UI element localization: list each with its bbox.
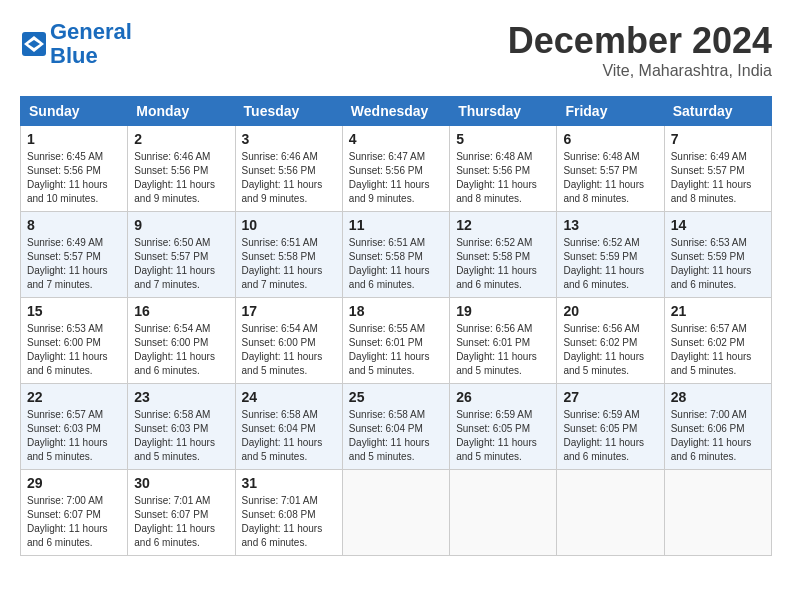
calendar-week-row: 1Sunrise: 6:45 AM Sunset: 5:56 PM Daylig… <box>21 126 772 212</box>
calendar-cell: 13Sunrise: 6:52 AM Sunset: 5:59 PM Dayli… <box>557 212 664 298</box>
day-number: 27 <box>563 389 657 405</box>
calendar-cell: 26Sunrise: 6:59 AM Sunset: 6:05 PM Dayli… <box>450 384 557 470</box>
calendar-cell: 21Sunrise: 6:57 AM Sunset: 6:02 PM Dayli… <box>664 298 771 384</box>
day-info: Sunrise: 6:45 AM Sunset: 5:56 PM Dayligh… <box>27 150 121 206</box>
calendar-cell: 27Sunrise: 6:59 AM Sunset: 6:05 PM Dayli… <box>557 384 664 470</box>
day-info: Sunrise: 6:55 AM Sunset: 6:01 PM Dayligh… <box>349 322 443 378</box>
calendar-cell <box>557 470 664 556</box>
calendar-cell: 29Sunrise: 7:00 AM Sunset: 6:07 PM Dayli… <box>21 470 128 556</box>
calendar-cell: 17Sunrise: 6:54 AM Sunset: 6:00 PM Dayli… <box>235 298 342 384</box>
calendar-cell: 6Sunrise: 6:48 AM Sunset: 5:57 PM Daylig… <box>557 126 664 212</box>
logo-icon <box>20 30 48 58</box>
calendar-cell: 22Sunrise: 6:57 AM Sunset: 6:03 PM Dayli… <box>21 384 128 470</box>
day-info: Sunrise: 6:58 AM Sunset: 6:04 PM Dayligh… <box>349 408 443 464</box>
day-info: Sunrise: 7:01 AM Sunset: 6:07 PM Dayligh… <box>134 494 228 550</box>
calendar-cell <box>664 470 771 556</box>
logo: General Blue <box>20 20 132 68</box>
weekday-header-sunday: Sunday <box>21 97 128 126</box>
day-info: Sunrise: 6:57 AM Sunset: 6:03 PM Dayligh… <box>27 408 121 464</box>
day-info: Sunrise: 6:59 AM Sunset: 6:05 PM Dayligh… <box>456 408 550 464</box>
day-number: 9 <box>134 217 228 233</box>
day-info: Sunrise: 6:50 AM Sunset: 5:57 PM Dayligh… <box>134 236 228 292</box>
day-number: 26 <box>456 389 550 405</box>
day-number: 31 <box>242 475 336 491</box>
day-number: 29 <box>27 475 121 491</box>
day-number: 7 <box>671 131 765 147</box>
month-title: December 2024 <box>508 20 772 62</box>
location: Vite, Maharashtra, India <box>508 62 772 80</box>
day-number: 4 <box>349 131 443 147</box>
day-number: 10 <box>242 217 336 233</box>
day-info: Sunrise: 7:01 AM Sunset: 6:08 PM Dayligh… <box>242 494 336 550</box>
calendar-cell: 8Sunrise: 6:49 AM Sunset: 5:57 PM Daylig… <box>21 212 128 298</box>
weekday-header-saturday: Saturday <box>664 97 771 126</box>
day-info: Sunrise: 6:52 AM Sunset: 5:59 PM Dayligh… <box>563 236 657 292</box>
day-number: 14 <box>671 217 765 233</box>
day-number: 28 <box>671 389 765 405</box>
day-info: Sunrise: 6:52 AM Sunset: 5:58 PM Dayligh… <box>456 236 550 292</box>
calendar-cell: 19Sunrise: 6:56 AM Sunset: 6:01 PM Dayli… <box>450 298 557 384</box>
day-info: Sunrise: 6:53 AM Sunset: 6:00 PM Dayligh… <box>27 322 121 378</box>
day-number: 18 <box>349 303 443 319</box>
calendar-week-row: 29Sunrise: 7:00 AM Sunset: 6:07 PM Dayli… <box>21 470 772 556</box>
weekday-header-wednesday: Wednesday <box>342 97 449 126</box>
weekday-header-friday: Friday <box>557 97 664 126</box>
day-number: 22 <box>27 389 121 405</box>
day-info: Sunrise: 6:53 AM Sunset: 5:59 PM Dayligh… <box>671 236 765 292</box>
weekday-header-row: SundayMondayTuesdayWednesdayThursdayFrid… <box>21 97 772 126</box>
day-info: Sunrise: 6:48 AM Sunset: 5:56 PM Dayligh… <box>456 150 550 206</box>
day-number: 8 <box>27 217 121 233</box>
weekday-header-monday: Monday <box>128 97 235 126</box>
day-info: Sunrise: 6:58 AM Sunset: 6:03 PM Dayligh… <box>134 408 228 464</box>
calendar-cell: 1Sunrise: 6:45 AM Sunset: 5:56 PM Daylig… <box>21 126 128 212</box>
day-number: 15 <box>27 303 121 319</box>
calendar-cell: 4Sunrise: 6:47 AM Sunset: 5:56 PM Daylig… <box>342 126 449 212</box>
day-number: 3 <box>242 131 336 147</box>
calendar-cell: 20Sunrise: 6:56 AM Sunset: 6:02 PM Dayli… <box>557 298 664 384</box>
calendar-table: SundayMondayTuesdayWednesdayThursdayFrid… <box>20 96 772 556</box>
day-number: 6 <box>563 131 657 147</box>
day-info: Sunrise: 6:56 AM Sunset: 6:02 PM Dayligh… <box>563 322 657 378</box>
calendar-cell: 9Sunrise: 6:50 AM Sunset: 5:57 PM Daylig… <box>128 212 235 298</box>
logo-line1: General <box>50 19 132 44</box>
day-info: Sunrise: 6:48 AM Sunset: 5:57 PM Dayligh… <box>563 150 657 206</box>
calendar-cell: 16Sunrise: 6:54 AM Sunset: 6:00 PM Dayli… <box>128 298 235 384</box>
day-number: 30 <box>134 475 228 491</box>
day-number: 13 <box>563 217 657 233</box>
title-block: December 2024 Vite, Maharashtra, India <box>508 20 772 80</box>
day-info: Sunrise: 6:54 AM Sunset: 6:00 PM Dayligh… <box>134 322 228 378</box>
calendar-cell: 18Sunrise: 6:55 AM Sunset: 6:01 PM Dayli… <box>342 298 449 384</box>
calendar-cell: 30Sunrise: 7:01 AM Sunset: 6:07 PM Dayli… <box>128 470 235 556</box>
day-info: Sunrise: 7:00 AM Sunset: 6:06 PM Dayligh… <box>671 408 765 464</box>
calendar-cell: 7Sunrise: 6:49 AM Sunset: 5:57 PM Daylig… <box>664 126 771 212</box>
day-info: Sunrise: 6:59 AM Sunset: 6:05 PM Dayligh… <box>563 408 657 464</box>
day-info: Sunrise: 6:46 AM Sunset: 5:56 PM Dayligh… <box>242 150 336 206</box>
logo-text: General Blue <box>50 20 132 68</box>
day-info: Sunrise: 6:51 AM Sunset: 5:58 PM Dayligh… <box>242 236 336 292</box>
day-number: 16 <box>134 303 228 319</box>
day-number: 25 <box>349 389 443 405</box>
day-number: 2 <box>134 131 228 147</box>
logo-line2: Blue <box>50 43 98 68</box>
calendar-cell: 10Sunrise: 6:51 AM Sunset: 5:58 PM Dayli… <box>235 212 342 298</box>
calendar-cell: 31Sunrise: 7:01 AM Sunset: 6:08 PM Dayli… <box>235 470 342 556</box>
day-info: Sunrise: 6:47 AM Sunset: 5:56 PM Dayligh… <box>349 150 443 206</box>
day-info: Sunrise: 6:58 AM Sunset: 6:04 PM Dayligh… <box>242 408 336 464</box>
day-number: 11 <box>349 217 443 233</box>
day-number: 20 <box>563 303 657 319</box>
calendar-week-row: 15Sunrise: 6:53 AM Sunset: 6:00 PM Dayli… <box>21 298 772 384</box>
calendar-cell: 23Sunrise: 6:58 AM Sunset: 6:03 PM Dayli… <box>128 384 235 470</box>
day-number: 23 <box>134 389 228 405</box>
calendar-week-row: 8Sunrise: 6:49 AM Sunset: 5:57 PM Daylig… <box>21 212 772 298</box>
day-number: 1 <box>27 131 121 147</box>
day-info: Sunrise: 6:49 AM Sunset: 5:57 PM Dayligh… <box>671 150 765 206</box>
day-number: 5 <box>456 131 550 147</box>
calendar-cell: 15Sunrise: 6:53 AM Sunset: 6:00 PM Dayli… <box>21 298 128 384</box>
page-header: General Blue December 2024 Vite, Maharas… <box>20 20 772 80</box>
weekday-header-tuesday: Tuesday <box>235 97 342 126</box>
day-number: 19 <box>456 303 550 319</box>
calendar-cell: 5Sunrise: 6:48 AM Sunset: 5:56 PM Daylig… <box>450 126 557 212</box>
day-info: Sunrise: 6:54 AM Sunset: 6:00 PM Dayligh… <box>242 322 336 378</box>
calendar-week-row: 22Sunrise: 6:57 AM Sunset: 6:03 PM Dayli… <box>21 384 772 470</box>
calendar-cell: 28Sunrise: 7:00 AM Sunset: 6:06 PM Dayli… <box>664 384 771 470</box>
